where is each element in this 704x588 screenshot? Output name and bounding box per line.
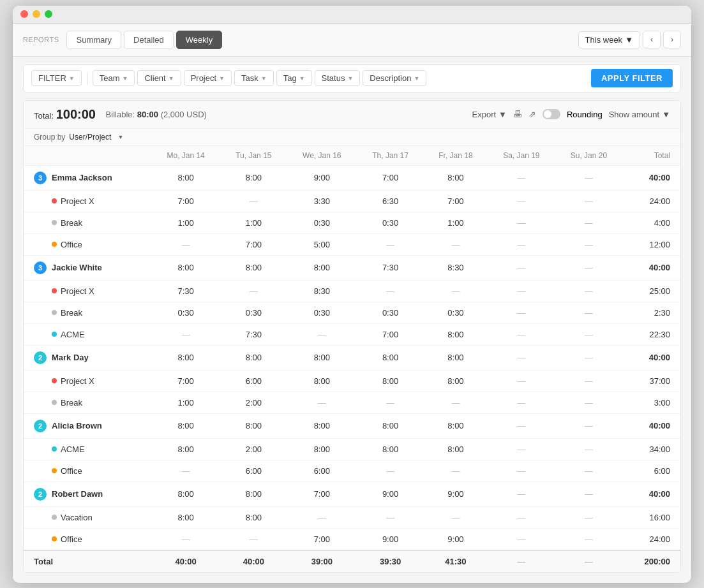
mon-val: 8:00 (151, 413, 220, 438)
sun-val: — (555, 280, 623, 302)
project-dot (52, 536, 57, 541)
table-row: 2 Alicia Brown 8:00 8:00 8:00 8:00 8:00 … (24, 413, 680, 438)
apply-filter-button[interactable]: APPLY FILTER (591, 69, 673, 87)
thu-val: 0:30 (357, 212, 424, 233)
group-by-value[interactable]: User/Project (69, 133, 111, 142)
close-btn[interactable] (20, 10, 28, 18)
filter-status[interactable]: Status ▼ (315, 70, 361, 86)
col-total: Total (622, 146, 680, 166)
sat-val: — (488, 438, 555, 460)
sat-val: — (488, 481, 555, 506)
wed-val: 8:00 (287, 255, 357, 280)
sun-val: — (555, 481, 623, 506)
project-dot (52, 288, 57, 293)
data-table: Mo, Jan 14 Tu, Jan 15 We, Jan 16 Th, Jan… (24, 146, 680, 572)
total-val: 24:00 (622, 190, 680, 212)
project-name: Project X (61, 286, 94, 296)
col-tue: Tu, Jan 15 (220, 146, 287, 166)
project-caret: ▼ (219, 75, 225, 82)
tue-val: — (220, 280, 287, 302)
wed-val: 8:00 (287, 438, 357, 460)
billable-amount: (2,000 USD) (161, 110, 207, 119)
filter-team[interactable]: Team ▼ (93, 70, 135, 86)
maximize-btn[interactable] (45, 10, 52, 18)
project-name: Office (61, 534, 82, 544)
table-row: Office — — 7:00 9:00 9:00 — — 24:00 (24, 528, 680, 550)
mon-val: 8:00 (151, 438, 220, 460)
mon-val: 8:00 (151, 506, 220, 528)
filter-client[interactable]: Client ▼ (137, 70, 181, 86)
fri-val: 8:00 (424, 165, 488, 190)
filter-label: FILTER (38, 73, 66, 83)
total-val: 4:00 (622, 212, 680, 233)
show-amount-label: Show amount (609, 110, 660, 119)
date-range-selector[interactable]: This week ▼ (578, 31, 640, 48)
filter-main[interactable]: FILTER ▼ (31, 70, 82, 86)
table-row: 3 Jackie White 8:00 8:00 8:00 7:30 8:30 … (24, 255, 680, 280)
project-name: Break (61, 218, 82, 228)
col-mon: Mo, Jan 14 (151, 146, 220, 166)
show-amount-button[interactable]: Show amount ▼ (609, 110, 670, 119)
tue-val: — (220, 190, 287, 212)
tab-detailed[interactable]: Detailed (124, 31, 174, 49)
filter-bar: FILTER ▼ Team ▼ Client ▼ Project ▼ Task … (23, 64, 681, 92)
summary-actions: Export ▼ 🖶 ⇗ Rounding Show amount ▼ (472, 109, 670, 119)
project-name: ACME (61, 330, 85, 339)
tab-summary[interactable]: Summary (66, 31, 121, 49)
thu-val: 9:00 (357, 481, 424, 506)
table-row: Project X 7:00 6:00 8:00 8:00 8:00 — — 3… (24, 370, 680, 392)
billable-value: 80:00 (137, 110, 158, 119)
wed-val: 3:30 (287, 190, 357, 212)
filter-project[interactable]: Project ▼ (184, 70, 232, 86)
export-button[interactable]: Export ▼ (472, 110, 507, 119)
filter-task[interactable]: Task ▼ (234, 70, 274, 86)
sat-val: — (488, 323, 555, 345)
project-name: Project X (61, 196, 94, 206)
share-button[interactable]: ⇗ (528, 109, 536, 119)
user-name: Robert Dawn (52, 489, 103, 499)
col-thu: Th, Jan 17 (357, 146, 424, 166)
user-name: Alicia Brown (52, 421, 102, 430)
sun-val: — (555, 255, 623, 280)
prev-arrow[interactable]: ‹ (643, 31, 661, 48)
date-range-label: This week (585, 35, 623, 45)
wed-val: 8:00 (287, 345, 357, 370)
total-val: 40:00 (622, 255, 680, 280)
project-name: Break (61, 308, 82, 318)
filter-description-label: Description (370, 73, 411, 83)
group-by-bar: Group by User/Project ▼ (24, 129, 680, 146)
next-arrow[interactable]: › (663, 31, 681, 48)
col-name (24, 146, 151, 166)
filter-status-label: Status (322, 73, 345, 83)
toggle-switch[interactable] (543, 109, 560, 119)
filter-tag[interactable]: Tag ▼ (276, 70, 312, 86)
sat-val: — (488, 528, 555, 550)
fri-val: 9:00 (424, 528, 488, 550)
total-val: 37:00 (622, 370, 680, 392)
wed-val: 0:30 (287, 212, 357, 233)
filter-project-label: Project (191, 73, 216, 83)
filter-description[interactable]: Description ▼ (363, 70, 426, 86)
date-nav: This week ▼ ‹ › (578, 31, 681, 48)
print-button[interactable]: 🖶 (513, 109, 522, 119)
status-caret: ▼ (347, 75, 353, 82)
tue-val: 8:00 (220, 345, 287, 370)
tab-weekly[interactable]: Weekly (176, 31, 222, 49)
project-dot (52, 446, 57, 452)
project-dot (52, 242, 57, 247)
tue-val: 6:00 (220, 370, 287, 392)
filter-team-label: Team (100, 73, 120, 83)
wed-val: 9:00 (287, 165, 357, 190)
table-row: Office — 7:00 5:00 — — — — 12:00 (24, 233, 680, 255)
mon-val: 7:30 (151, 280, 220, 302)
user-badge: 2 (34, 351, 47, 364)
tue-val: 2:00 (220, 392, 287, 413)
sat-val: — (488, 370, 555, 392)
table-row: 2 Robert Dawn 8:00 8:00 7:00 9:00 9:00 —… (24, 481, 680, 506)
minimize-btn[interactable] (33, 10, 40, 18)
total-val: 34:00 (622, 438, 680, 460)
sat-val: — (488, 460, 555, 481)
mon-val: — (151, 528, 220, 550)
total-val: 16:00 (622, 506, 680, 528)
total-section: Total: 100:00 (34, 107, 96, 122)
